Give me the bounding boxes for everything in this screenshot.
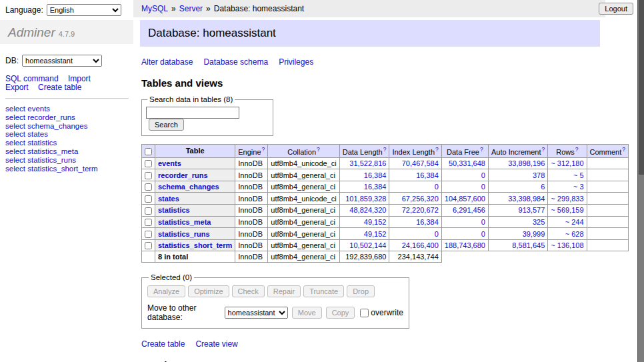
rows-count-link[interactable]: ~ 136,108 <box>551 241 583 249</box>
auto-increment-link[interactable]: 378 <box>533 171 545 179</box>
auto-increment-link[interactable]: 33,898,196 <box>508 159 545 167</box>
sidebar-table-link[interactable]: select statistics_short_term <box>5 165 98 173</box>
copy-button[interactable]: Copy <box>326 307 355 319</box>
rows-count-link[interactable]: ~ 3 <box>573 183 584 191</box>
overwrite-checkbox[interactable] <box>360 309 369 317</box>
import-link[interactable]: Import <box>68 74 91 83</box>
help-icon[interactable]: ? <box>383 146 387 153</box>
index-length-link[interactable]: 67,256,320 <box>402 195 439 203</box>
row-checkbox[interactable] <box>145 183 152 191</box>
auto-increment-link[interactable]: 325 <box>533 218 545 226</box>
auto-increment-link[interactable]: 6 <box>541 183 545 191</box>
rows-count-link[interactable]: ~ 5 <box>573 171 584 179</box>
repair-button[interactable]: Repair <box>267 285 301 297</box>
scrollbar-thumb[interactable] <box>639 0 644 175</box>
help-icon[interactable]: ? <box>575 146 579 153</box>
table-name-link[interactable]: statistics_runs <box>158 230 210 238</box>
data-free-link[interactable]: 6,291,456 <box>453 206 485 214</box>
create-view-link[interactable]: Create view <box>195 339 237 349</box>
table-name-link[interactable]: events <box>158 159 181 167</box>
data-length-link[interactable]: 16,384 <box>364 183 387 191</box>
sidebar-table-link[interactable]: select states <box>5 130 48 138</box>
auto-increment-link[interactable]: 913,577 <box>519 206 545 214</box>
table-name-link[interactable]: schema_changes <box>158 183 219 191</box>
auto-increment-link[interactable]: 33,398,984 <box>508 195 545 203</box>
index-length-link[interactable]: 24,166,400 <box>402 241 439 249</box>
data-free-link[interactable]: 188,743,680 <box>445 241 485 249</box>
index-length-link[interactable]: 72,220,672 <box>402 206 439 214</box>
data-length-link[interactable]: 101,859,328 <box>345 195 386 203</box>
table-name-link[interactable]: statistics_meta <box>158 218 211 226</box>
data-free-link[interactable]: 0 <box>481 183 485 191</box>
index-length-link[interactable]: 0 <box>435 183 439 191</box>
sql-command-link[interactable]: SQL command <box>5 74 59 83</box>
data-free-link[interactable]: 0 <box>481 218 485 226</box>
row-checkbox[interactable] <box>145 242 152 249</box>
index-length-link[interactable]: 16,384 <box>416 171 439 179</box>
auto-increment-link[interactable]: 8,581,645 <box>512 241 545 249</box>
adminer-logo[interactable]: Adminer4.7.9 <box>0 20 133 44</box>
index-length-link[interactable]: 0 <box>435 230 439 238</box>
analyze-button[interactable]: Analyze <box>147 285 185 297</box>
data-length-link[interactable]: 49,152 <box>364 218 387 226</box>
table-name-link[interactable]: statistics_short_term <box>158 241 232 249</box>
create-table-link-sidebar[interactable]: Create table <box>38 83 81 92</box>
drop-button[interactable]: Drop <box>347 285 375 297</box>
data-free-link[interactable]: 0 <box>481 230 485 238</box>
data-length-link[interactable]: 16,384 <box>364 171 387 179</box>
move-db-select[interactable]: homeassistant <box>225 307 288 319</box>
sidebar-table-link[interactable]: select statistics_runs <box>5 156 76 164</box>
help-icon[interactable]: ? <box>317 146 320 153</box>
check-button[interactable]: Check <box>232 285 265 297</box>
row-checkbox[interactable] <box>145 207 152 215</box>
data-free-link[interactable]: 50,331,648 <box>449 159 485 167</box>
table-name-link[interactable]: recorder_runs <box>158 171 208 179</box>
breadcrumb-server-link[interactable]: Server <box>179 4 203 13</box>
alter-database-link[interactable]: Alter database <box>141 57 193 67</box>
row-checkbox[interactable] <box>145 219 152 226</box>
select-all-checkbox[interactable] <box>145 148 152 155</box>
sidebar-table-link[interactable]: select statistics <box>5 139 57 147</box>
breadcrumb-mysql-link[interactable]: MySQL <box>141 4 168 13</box>
sidebar-table-link[interactable]: select schema_changes <box>5 122 87 130</box>
data-length-link[interactable]: 49,152 <box>364 230 387 238</box>
sidebar-table-link[interactable]: select statistics_meta <box>5 147 78 155</box>
optimize-button[interactable]: Optimize <box>188 285 229 297</box>
rows-count-link[interactable]: ~ 569,159 <box>551 206 583 214</box>
data-length-link[interactable]: 48,824,320 <box>349 206 386 214</box>
db-select[interactable]: homeassistant <box>22 55 102 67</box>
data-free-link[interactable]: 0 <box>481 171 485 179</box>
index-length-link[interactable]: 16,384 <box>416 218 439 226</box>
help-icon[interactable]: ? <box>435 146 439 153</box>
index-length-link[interactable]: 70,467,584 <box>402 159 439 167</box>
move-button[interactable]: Move <box>292 307 322 319</box>
row-checkbox[interactable] <box>145 231 152 238</box>
data-length-link[interactable]: 31,522,816 <box>349 159 386 167</box>
data-length-link[interactable]: 10,502,144 <box>349 241 386 249</box>
sidebar-table-link[interactable]: select recorder_runs <box>5 113 75 121</box>
logout-button[interactable]: Logout <box>599 3 633 15</box>
rows-count-link[interactable]: ~ 299,833 <box>551 195 583 203</box>
rows-count-link[interactable]: ~ 244 <box>565 218 584 226</box>
truncate-button[interactable]: Truncate <box>303 285 344 297</box>
help-icon[interactable]: ? <box>262 146 265 153</box>
search-button[interactable]: Search <box>149 119 184 131</box>
auto-increment-link[interactable]: 39,999 <box>523 230 545 238</box>
help-icon[interactable]: ? <box>622 146 625 153</box>
data-free-link[interactable]: 104,857,600 <box>445 195 485 203</box>
privileges-link[interactable]: Privileges <box>279 57 313 67</box>
rows-count-link[interactable]: ~ 628 <box>565 230 584 238</box>
sidebar-table-link[interactable]: select events <box>5 105 50 113</box>
rows-count-link[interactable]: ~ 312,180 <box>551 159 583 167</box>
vertical-scrollbar[interactable] <box>637 0 644 362</box>
create-table-link[interactable]: Create table <box>141 339 185 349</box>
table-name-link[interactable]: states <box>158 195 179 203</box>
row-checkbox[interactable] <box>145 172 152 179</box>
help-icon[interactable]: ? <box>542 146 545 153</box>
row-checkbox[interactable] <box>145 160 152 167</box>
export-link[interactable]: Export <box>5 83 29 92</box>
database-schema-link[interactable]: Database schema <box>203 57 268 67</box>
row-checkbox[interactable] <box>145 195 152 203</box>
search-input[interactable] <box>146 107 239 119</box>
language-select[interactable]: English <box>47 4 121 16</box>
